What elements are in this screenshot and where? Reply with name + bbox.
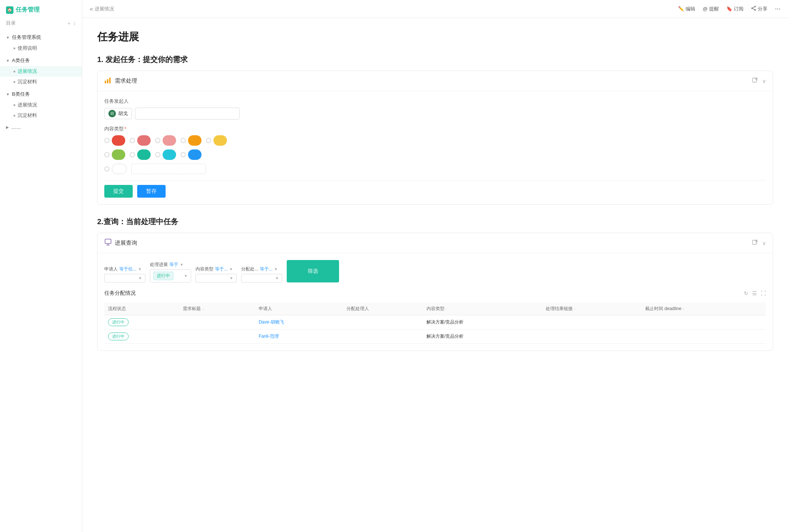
subscribe-action[interactable]: 🔖 订阅 xyxy=(726,6,744,12)
avatar: 胡 xyxy=(108,110,116,117)
column-settings-icon[interactable]: ☰ xyxy=(752,290,757,296)
share-action[interactable]: 分享 xyxy=(751,6,767,12)
cell-deadline-1 xyxy=(641,315,766,330)
collapse-icon[interactable]: ∨ xyxy=(762,78,766,84)
color-option-5[interactable] xyxy=(206,135,227,146)
filter-content-equals[interactable]: 等于... xyxy=(215,266,228,272)
radio-3[interactable] xyxy=(155,138,160,143)
initiator-extra-input[interactable] xyxy=(135,108,240,120)
app-title: 任务管理 xyxy=(16,6,40,14)
filter-assignee-equals[interactable]: 等于... xyxy=(260,266,273,272)
filter-content-type-label: 内容类型 等于... ▼ xyxy=(196,266,237,272)
color-option-4[interactable] xyxy=(181,135,201,146)
radio-2[interactable] xyxy=(130,138,135,143)
color-tag-yellow xyxy=(213,135,227,146)
sort-result-icon[interactable]: ↕ xyxy=(574,307,576,311)
radio-9[interactable] xyxy=(181,152,186,157)
dropdown-arrow-icon-assignee[interactable]: ▼ xyxy=(274,267,278,271)
toc-label: 目录 xyxy=(6,20,16,27)
collapse-icon-2[interactable]: ∨ xyxy=(762,240,766,246)
radio-8[interactable] xyxy=(155,152,160,157)
more-button[interactable]: ··· xyxy=(775,5,781,13)
radio-1[interactable] xyxy=(104,138,110,143)
radio-5[interactable] xyxy=(206,138,211,143)
app-logo[interactable]: 🏠 任务管理 xyxy=(6,6,40,14)
filter-button[interactable]: 筛选 xyxy=(287,260,339,282)
submit-button[interactable]: 提交 xyxy=(104,185,133,198)
radio-10[interactable] xyxy=(104,166,110,171)
draft-button[interactable]: 暂存 xyxy=(137,185,166,198)
table-row: 进行中 Dave-胡晓飞 解决方案/竞品分析 xyxy=(104,315,766,330)
sort-title-icon[interactable]: ↕ xyxy=(202,307,204,311)
sidebar-item-label: 进展情况 xyxy=(18,102,37,108)
radio-7[interactable] xyxy=(130,152,135,157)
filter-progress: 处理进展 等于 ▼ 进行中 ▼ xyxy=(150,262,191,282)
color-option-3[interactable] xyxy=(155,135,176,146)
color-option-1[interactable] xyxy=(104,135,125,146)
form-actions: 提交 暂存 xyxy=(104,185,766,198)
sidebar-item-task-system[interactable]: ▼ 任务管理系统 xyxy=(0,32,82,43)
sidebar-item-usage[interactable]: 使用说明 xyxy=(0,43,82,53)
refresh-icon[interactable]: ↻ xyxy=(744,290,748,296)
sidebar-item-a-material[interactable]: 沉淀材料 xyxy=(0,77,82,87)
external-link-icon[interactable] xyxy=(752,77,758,84)
toc-actions[interactable]: + ↕ xyxy=(68,21,76,26)
dropdown-arrow-icon[interactable]: ▼ xyxy=(138,267,142,271)
dropdown-arrow-icon: ▼ xyxy=(184,274,188,278)
nav-section-a-tasks: ▼ A类任务 进展情况 沉淀材料 xyxy=(0,54,82,88)
dropdown-arrow-icon: ▼ xyxy=(138,276,142,280)
content-type-dropdown[interactable]: ▼ xyxy=(196,274,237,282)
color-option-6[interactable] xyxy=(104,149,125,160)
color-option-8[interactable] xyxy=(155,149,176,160)
filter-assignee: 分配处... 等于... ▼ ▼ xyxy=(241,266,282,282)
color-options xyxy=(104,135,766,174)
custom-color-input[interactable] xyxy=(131,164,206,174)
content-area: 任务进展 1. 发起任务：提交你的需求 需求处理 xyxy=(82,18,788,532)
col-applicant: 申请人 xyxy=(255,303,343,315)
sidebar-item-label: 沉淀材料 xyxy=(18,78,37,85)
card2-body: 申请人 等于任... ▼ ▼ 处理进展 等于 ▼ xyxy=(98,253,773,350)
applicant-link-1[interactable]: Dave-胡晓飞 xyxy=(259,319,284,325)
sidebar-item-label: 进展情况 xyxy=(18,68,37,75)
bullet-icon xyxy=(13,71,15,72)
color-option-7[interactable] xyxy=(130,149,151,160)
color-option-9[interactable] xyxy=(181,149,201,160)
card1-header-left: 需求处理 xyxy=(104,76,137,86)
applicant-dropdown[interactable]: ▼ xyxy=(104,274,145,282)
filter-equals-icon[interactable]: 等于任... xyxy=(119,266,136,272)
sidebar-item-b-progress[interactable]: 进展情况 xyxy=(0,100,82,110)
svg-point-2 xyxy=(751,8,752,9)
sidebar-item-b-material[interactable]: 沉淀材料 xyxy=(0,110,82,121)
fullscreen-icon[interactable]: ⛶ xyxy=(761,290,766,296)
color-option-2[interactable] xyxy=(130,135,151,146)
sort-content-icon[interactable]: ↕ xyxy=(446,307,447,311)
applicant-link-2[interactable]: Fanli-范理 xyxy=(259,334,279,339)
color-option-10[interactable] xyxy=(104,164,127,174)
progress-dropdown[interactable]: 进行中 ▼ xyxy=(150,269,191,282)
sort-icon[interactable]: ↕ xyxy=(74,21,76,26)
dropdown-arrow-icon-content[interactable]: ▼ xyxy=(229,267,233,271)
table-body: 进行中 Dave-胡晓飞 解决方案/竞品分析 xyxy=(104,315,766,344)
form-divider xyxy=(104,180,766,180)
edit-action[interactable]: ✏️ 编辑 xyxy=(678,6,695,12)
sidebar-item-label: 使用说明 xyxy=(18,45,37,52)
sidebar-item-a-progress[interactable]: 进展情况 xyxy=(0,66,82,77)
svg-line-4 xyxy=(752,9,754,10)
sidebar-item-b-tasks[interactable]: ▼ B类任务 xyxy=(0,89,82,100)
cell-applicant-1: Dave-胡晓飞 xyxy=(255,315,343,330)
dropdown-arrow-icon-progress[interactable]: ▼ xyxy=(180,263,184,267)
sidebar-item-a-tasks[interactable]: ▼ A类任务 xyxy=(0,55,82,66)
radio-6[interactable] xyxy=(104,152,110,157)
external-link-icon-2[interactable] xyxy=(752,239,758,247)
add-icon[interactable]: + xyxy=(68,21,71,26)
sort-deadline-icon[interactable]: ↕ xyxy=(683,307,684,311)
filter-assignee-label: 分配处... 等于... ▼ xyxy=(241,266,282,272)
filter-progress-equals[interactable]: 等于 xyxy=(169,262,178,268)
radio-4[interactable] xyxy=(181,138,186,143)
col-title: 需求标题 ↕ xyxy=(179,303,255,315)
back-nav[interactable]: « 进展情况 xyxy=(90,6,114,12)
assignee-dropdown[interactable]: ▼ xyxy=(241,274,282,282)
sidebar-item-more[interactable]: ▶ …… xyxy=(0,122,82,132)
cell-assignee-1 xyxy=(343,315,423,330)
remind-action[interactable]: @ 提醒 xyxy=(703,6,719,12)
